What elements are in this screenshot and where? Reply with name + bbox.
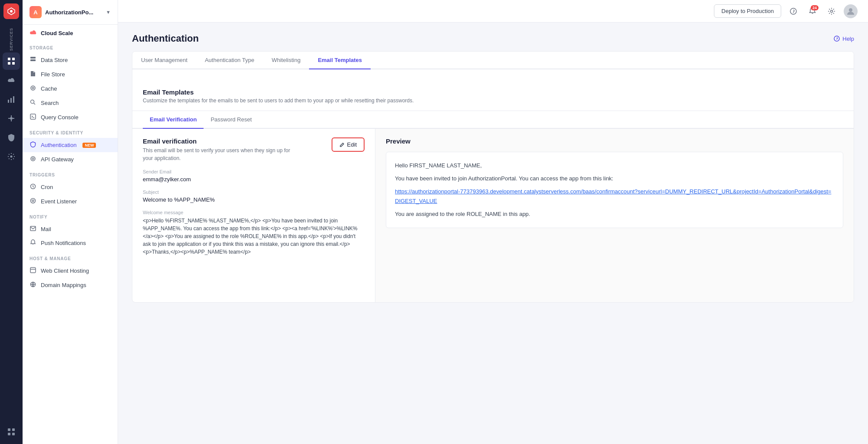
sidebar-item-query-console[interactable]: Query Console: [23, 110, 118, 124]
preview-para2: You are assigned to the role ROLE_NAME i…: [395, 209, 834, 219]
sidebar-item-authentication[interactable]: Authentication NEW: [23, 138, 118, 152]
sidebar-item-filestore[interactable]: File Store: [23, 67, 118, 82]
sidebar-label-api: API Gateway: [41, 156, 74, 163]
settings-gear-icon[interactable]: [825, 4, 838, 18]
section-security: SECURITY & IDENTITY: [23, 124, 118, 138]
sidebar-item-mail[interactable]: Mail: [23, 222, 118, 236]
sidebar-item-push-notifications[interactable]: Push Notifications: [23, 236, 118, 250]
email-templates-section-desc: Customize the templates for the emails t…: [143, 98, 843, 104]
tab-email-templates[interactable]: Email Templates: [309, 52, 371, 69]
cache-icon: [30, 85, 36, 92]
tab-auth-type[interactable]: Authentication Type: [196, 52, 263, 69]
sidebar-item-cron[interactable]: Cron: [23, 180, 118, 194]
sidebar: A AuthorizationPo... ▼ Cloud Scale STORA…: [23, 0, 118, 444]
svg-rect-7: [13, 96, 14, 103]
sidebar-app-icon: A: [30, 6, 42, 18]
sidebar-cloud-scale: Cloud Scale: [23, 25, 118, 39]
email-form-title: Email verification: [143, 137, 290, 145]
domain-icon: [30, 281, 36, 289]
tab-user-management[interactable]: User Management: [132, 52, 196, 69]
sidebar-label-mail: Mail: [41, 226, 51, 232]
sender-email-label: Sender Email: [143, 169, 365, 174]
filestore-icon: [30, 71, 36, 78]
svg-point-25: [31, 157, 35, 161]
svg-rect-15: [12, 428, 15, 431]
iconbar-grid[interactable]: [3, 52, 20, 70]
section-storage: STORAGE: [23, 39, 118, 53]
sidebar-item-domain-mappings[interactable]: Domain Mappings: [23, 278, 118, 292]
section-notify: NOTIFY: [23, 209, 118, 222]
page-title: Authentication: [132, 33, 199, 44]
iconbar-grid-bottom[interactable]: [3, 423, 20, 441]
welcome-message-label: Welcome message: [143, 210, 365, 215]
svg-point-0: [10, 10, 13, 13]
sidebar-item-datastore[interactable]: Data Store: [23, 53, 118, 67]
sidebar-label-query: Query Console: [41, 114, 79, 121]
sidebar-label-search: Search: [41, 100, 59, 106]
mail-icon: [30, 225, 36, 232]
email-panel: Email verification This email will be se…: [132, 129, 854, 302]
svg-point-22: [31, 100, 34, 104]
sidebar-dropdown-icon[interactable]: ▼: [106, 10, 111, 15]
svg-line-23: [34, 103, 36, 105]
sidebar-item-search[interactable]: Search: [23, 96, 118, 110]
preview-link[interactable]: https://authorizationportal-773793963.de…: [395, 187, 834, 206]
api-gateway-icon: [30, 156, 36, 163]
sidebar-item-api-gateway[interactable]: API Gateway: [23, 152, 118, 166]
svg-rect-16: [8, 433, 10, 435]
preview-greeting: Hello FIRST_NAME LAST_NAME,: [395, 161, 834, 170]
iconbar-gear[interactable]: [3, 148, 20, 165]
welcome-message-value: <p>Hello %FIRST_NAME% %LAST_NAME%,</p> <…: [143, 217, 365, 256]
svg-rect-17: [12, 433, 15, 435]
help-link[interactable]: Help: [834, 36, 854, 42]
edit-button[interactable]: Edit: [332, 137, 365, 152]
push-notif-icon: [30, 239, 36, 247]
svg-point-21: [32, 87, 34, 89]
email-templates-section-title: Email Templates: [143, 88, 843, 96]
svg-rect-18: [30, 57, 36, 59]
iconbar-analytics[interactable]: [3, 91, 20, 108]
section-triggers: TRIGGERS: [23, 166, 118, 180]
main-tabs: User Management Authentication Type Whit…: [132, 52, 854, 69]
svg-rect-31: [30, 268, 36, 273]
iconbar-security[interactable]: [3, 129, 20, 146]
sidebar-item-event-listener[interactable]: Event Listener: [23, 194, 118, 209]
section-host: HOST & MANAGE: [23, 250, 118, 264]
preview-title: Preview: [386, 137, 843, 145]
svg-point-8: [10, 117, 13, 120]
iconbar-connections[interactable]: [3, 110, 20, 127]
svg-point-28: [31, 199, 36, 203]
content-card: User Management Authentication Type Whit…: [132, 51, 854, 303]
sub-tabs: Email Verification Password Reset: [132, 111, 854, 129]
svg-point-35: [849, 8, 852, 12]
icon-bar: Services: [0, 0, 23, 444]
sidebar-item-cache[interactable]: Cache: [23, 82, 118, 96]
sidebar-label-auth: Authentication: [41, 142, 76, 148]
svg-point-26: [32, 158, 34, 160]
svg-rect-3: [8, 62, 10, 65]
preview-card: Hello FIRST_NAME LAST_NAME, You have bee…: [386, 152, 843, 228]
sidebar-label-domain: Domain Mappings: [41, 282, 86, 288]
query-console-icon: [30, 114, 36, 121]
app-logo: [3, 3, 19, 19]
services-label: Services: [9, 28, 13, 51]
main-area: Deploy to Production 24 Authentication H: [118, 0, 868, 444]
deploy-button[interactable]: Deploy to Production: [714, 4, 781, 18]
svg-rect-30: [30, 226, 36, 231]
email-form-header: Email verification This email will be se…: [143, 137, 365, 162]
sidebar-app-name: AuthorizationPo...: [45, 9, 93, 16]
web-hosting-icon: [30, 267, 36, 274]
sender-email-field: Sender Email emma@zylker.com: [143, 169, 365, 183]
user-avatar[interactable]: [844, 4, 858, 18]
edit-pencil-icon: [339, 142, 345, 147]
iconbar-cloud[interactable]: [3, 72, 20, 89]
help-circle-icon[interactable]: [786, 4, 800, 18]
tab-whitelisting[interactable]: Whitelisting: [263, 52, 309, 69]
sub-tab-password-reset[interactable]: Password Reset: [204, 111, 259, 129]
page-header: Authentication Help: [132, 33, 854, 44]
preview-para1: You have been invited to join Authorizat…: [395, 174, 834, 183]
sub-tab-email-verification[interactable]: Email Verification: [143, 111, 204, 129]
sidebar-label-datastore: Data Store: [41, 57, 68, 63]
sidebar-item-web-hosting[interactable]: Web Client Hosting: [23, 264, 118, 278]
email-templates-section-header: Email Templates Customize the templates …: [132, 80, 854, 111]
